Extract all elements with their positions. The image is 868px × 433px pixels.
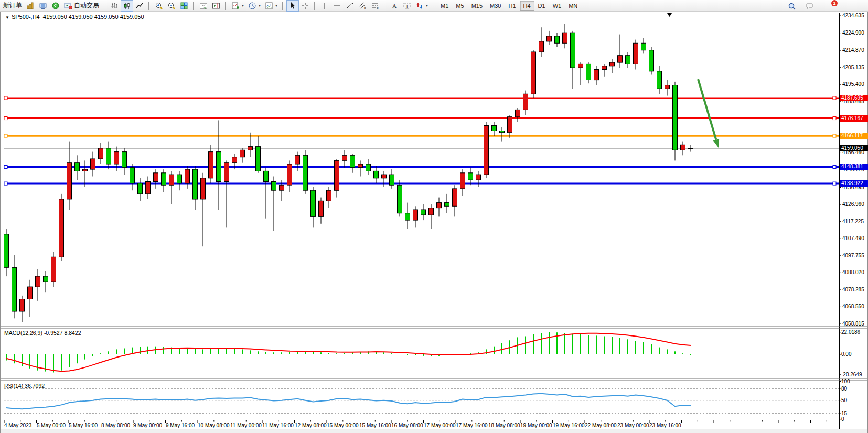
price-tick-label[interactable]: 4126.960	[842, 202, 864, 207]
timeframe-m30-button[interactable]: M30	[486, 1, 505, 11]
chart-canvas[interactable]	[0, 12, 868, 433]
macd-value: -0.9527	[44, 330, 63, 336]
chevron-down-icon: ▾	[275, 3, 277, 8]
search-button[interactable]	[786, 1, 798, 12]
price-level-badge: 4138.922	[840, 180, 868, 187]
label-button[interactable]: T	[401, 0, 413, 12]
tile-windows-button[interactable]	[178, 0, 190, 12]
trendline-icon	[346, 2, 354, 10]
signals-button[interactable]	[49, 0, 62, 12]
bar-chart-button[interactable]	[108, 0, 121, 12]
timeframe-mn-button[interactable]: MN	[565, 1, 581, 11]
vertical-line-icon	[320, 2, 329, 10]
price-tick-label[interactable]: 4214.870	[842, 48, 864, 53]
time-axis-label[interactable]: 11 May 16:00	[262, 423, 294, 428]
channel-button[interactable]: E	[356, 0, 369, 12]
timeframe-m1-button[interactable]: M1	[437, 1, 452, 11]
time-axis-label[interactable]: 10 May 08:00	[198, 423, 230, 428]
price-tick-label[interactable]: 4205.135	[842, 65, 864, 70]
horizontal-line-4176.167[interactable]	[4, 117, 839, 120]
price-tick-label[interactable]: 4058.815	[842, 321, 864, 327]
auto-scroll-button[interactable]	[197, 0, 210, 12]
time-axis-label[interactable]: 5 May 00:00	[37, 423, 66, 428]
zoom-out-button[interactable]	[165, 0, 178, 12]
time-axis-label[interactable]: 8 May 08:00	[101, 423, 130, 428]
timeframe-m15-button[interactable]: M15	[468, 1, 486, 11]
crosshair-icon	[301, 2, 309, 10]
periods-button[interactable]: ▾	[246, 0, 263, 12]
price-tick-label[interactable]: 4097.755	[842, 253, 864, 258]
channel-icon: E	[358, 2, 367, 10]
candlestick-chart-button[interactable]	[121, 0, 133, 12]
timeframe-m5-button[interactable]: M5	[452, 1, 467, 11]
fibonacci-button[interactable]: F	[369, 0, 381, 12]
line-chart-button[interactable]	[133, 0, 146, 12]
chart-window[interactable]: ▼SP500-,H4 4159.050 4159.050 4159.050 41…	[0, 12, 868, 433]
text-button[interactable]: A	[388, 0, 401, 12]
price-tick-label[interactable]: 4234.635	[842, 13, 864, 18]
horizontal-line-4138.922[interactable]	[4, 182, 839, 185]
rsi-tick-label: 50	[841, 398, 847, 403]
horizontal-line-4148.381[interactable]	[4, 165, 839, 168]
time-axis-label[interactable]: 16 May 08:00	[391, 423, 423, 428]
time-axis-label[interactable]: 19 May 16:00	[553, 423, 585, 428]
time-axis-label[interactable]: 17 May 00:00	[424, 423, 456, 428]
chevron-down-icon: ▾	[426, 3, 428, 8]
horizontal-line-4187.695[interactable]	[4, 96, 839, 100]
timeframe-w1-button[interactable]: W1	[549, 1, 565, 11]
time-axis-label[interactable]: 23 May 00:00	[617, 423, 649, 428]
time-axis-label[interactable]: 15 May 00:00	[327, 423, 359, 428]
text-icon: A	[390, 2, 399, 10]
timeframe-h4-button[interactable]: H4	[520, 1, 534, 11]
time-axis-label[interactable]: 23 May 16:00	[649, 423, 681, 428]
trendline-button[interactable]	[344, 0, 356, 12]
chat-icon	[806, 2, 814, 10]
macd-tick-label: -20.2649	[841, 372, 862, 377]
time-axis-label[interactable]: 4 May 2023	[4, 423, 31, 428]
time-axis-label[interactable]: 18 May 08:00	[488, 423, 520, 428]
new-order-button[interactable]: 新订单	[1, 0, 24, 12]
time-axis-label[interactable]: 15 May 16:00	[359, 423, 391, 428]
horizontal-line-button[interactable]	[331, 0, 344, 12]
zoom-in-icon	[155, 2, 163, 10]
price-tick-label[interactable]: 4107.490	[842, 236, 864, 241]
ohlc-expander-icon[interactable]: ▼	[5, 15, 9, 20]
indicators-button[interactable]: ▾	[229, 0, 246, 12]
time-axis-label[interactable]: 11 May 00:00	[230, 423, 262, 428]
time-axis-label[interactable]: 19 May 00:00	[520, 423, 552, 428]
time-axis-label[interactable]: 12 May 08:00	[295, 423, 327, 428]
rsi-line	[6, 394, 691, 409]
cursor-button[interactable]	[286, 0, 299, 12]
timeframe-d1-button[interactable]: D1	[534, 1, 549, 11]
price-tick-label[interactable]: 4088.020	[842, 270, 864, 275]
price-tick-label[interactable]: 4068.550	[842, 304, 864, 309]
terminal-button[interactable]	[37, 0, 49, 12]
price-tick-label[interactable]: 4078.285	[842, 287, 864, 293]
time-axis-label[interactable]: 17 May 16:00	[456, 423, 488, 428]
time-axis-label[interactable]: 9 May 16:00	[166, 423, 195, 428]
time-axis-label[interactable]: 22 May 08:00	[585, 423, 617, 428]
price-tick-label[interactable]: 4195.400	[842, 82, 864, 87]
toolbar-separator	[384, 2, 387, 10]
terminal-icon	[39, 2, 47, 10]
chart-shift-button[interactable]	[210, 0, 222, 12]
autotrading-button[interactable]: 自动交易	[62, 0, 101, 12]
chart-shift-marker[interactable]	[667, 13, 672, 17]
charts-stack-button[interactable]	[24, 0, 37, 12]
time-axis-label[interactable]: 9 May 00:00	[133, 423, 162, 428]
templates-button[interactable]: ▾	[263, 0, 280, 12]
notifications-button[interactable]: 1	[803, 1, 816, 12]
timeframe-h1-button[interactable]: H1	[505, 1, 519, 11]
price-tick-label[interactable]: 4224.900	[842, 30, 864, 36]
new-order-label: 新订单	[3, 1, 22, 10]
arrows-button[interactable]: ▾	[413, 0, 430, 12]
horizontal-line-icon	[333, 2, 341, 10]
vertical-line-button[interactable]	[318, 0, 331, 12]
time-axis-label[interactable]: 5 May 16:00	[69, 423, 98, 428]
arrow-annotation[interactable]	[698, 79, 719, 148]
crosshair-button[interactable]	[299, 0, 312, 12]
price-tick-label[interactable]: 4117.225	[842, 219, 864, 224]
label-icon: T	[403, 2, 411, 10]
zoom-in-button[interactable]	[153, 0, 165, 12]
tile-windows-icon	[180, 2, 188, 10]
